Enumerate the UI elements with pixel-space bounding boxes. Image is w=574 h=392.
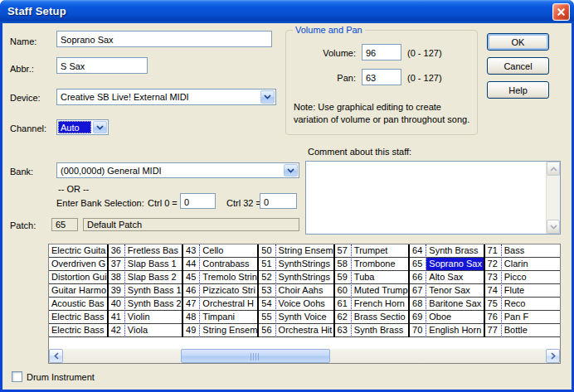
- patch-number-cell[interactable]: 77: [485, 324, 501, 337]
- patch-number-cell[interactable]: 43: [183, 244, 199, 258]
- patch-number-cell[interactable]: 54: [259, 298, 275, 311]
- patch-number-cell[interactable]: 40: [109, 298, 124, 311]
- device-combo-button[interactable]: [260, 90, 275, 104]
- patch-name-cell[interactable]: Slap Bass 2: [125, 271, 182, 284]
- scroll-up-button[interactable]: [547, 162, 560, 176]
- patch-name-cell[interactable]: Timpani: [200, 311, 257, 324]
- device-combo[interactable]: Creative SB Live! External MIDI: [56, 89, 276, 105]
- patch-number-cell[interactable]: 38: [109, 271, 124, 284]
- patch-number-cell[interactable]: 63: [335, 324, 351, 337]
- scrollbar-track[interactable]: [63, 349, 546, 363]
- ok-button[interactable]: OK: [487, 33, 549, 51]
- patch-name-cell[interactable]: Bottle: [502, 324, 560, 337]
- patch-name-cell[interactable]: Slap Bass 1: [125, 258, 182, 271]
- patch-number-cell[interactable]: 42: [109, 324, 124, 337]
- patch-name-cell[interactable]: Synth Voice: [276, 311, 333, 324]
- ctrl32-input[interactable]: [260, 193, 297, 209]
- patch-number-cell[interactable]: 45: [183, 271, 199, 284]
- patch-number-cell[interactable]: 39: [109, 284, 124, 298]
- patch-number-cell[interactable]: 76: [485, 311, 501, 324]
- patch-name-cell[interactable]: Contrabass: [200, 258, 257, 271]
- titlebar[interactable]: Staff Setup: [0, 0, 574, 23]
- abbr-input[interactable]: [56, 57, 148, 74]
- patch-name-cell[interactable]: Flute: [502, 284, 560, 298]
- patch-name-cell[interactable]: Reco: [502, 298, 560, 311]
- patch-number-cell[interactable]: 64: [410, 244, 426, 258]
- patch-name-cell[interactable]: Brass Sectio: [352, 311, 408, 324]
- patch-number-cell[interactable]: 67: [410, 284, 426, 298]
- patch-name-cell[interactable]: Synth Brass: [352, 324, 408, 337]
- patch-name-cell[interactable]: Trumpet: [352, 244, 408, 258]
- patch-number-cell[interactable]: 37: [109, 258, 124, 271]
- patch-name-cell[interactable]: Tuba: [352, 271, 408, 284]
- patch-number-cell[interactable]: 75: [485, 298, 501, 311]
- patch-number-cell[interactable]: 58: [335, 258, 351, 271]
- patch-number-cell[interactable]: 50: [259, 244, 275, 258]
- patch-name-cell[interactable]: Pizzicato Stri: [200, 284, 257, 298]
- patch-name-cell[interactable]: Baritone Sax: [426, 298, 483, 311]
- patch-name-cell[interactable]: Soprano Sax: [426, 258, 483, 271]
- patch-number-cell[interactable]: 46: [183, 284, 199, 298]
- cancel-button[interactable]: Cancel: [487, 57, 549, 75]
- patch-name-cell[interactable]: String Ensem: [276, 244, 333, 258]
- scroll-left-button[interactable]: [49, 349, 63, 363]
- patch-name-cell[interactable]: SynthStrings: [276, 271, 333, 284]
- pan-input[interactable]: [362, 69, 401, 85]
- patch-name-cell[interactable]: Synth Bass 2: [125, 298, 182, 311]
- scroll-right-button[interactable]: [546, 349, 560, 363]
- patch-number-cell[interactable]: 68: [410, 298, 426, 311]
- patch-name-cell[interactable]: Electric Guita: [49, 244, 107, 258]
- patch-name-cell[interactable]: Electric Bass: [49, 311, 107, 324]
- patch-name-cell[interactable]: Guitar Harmo: [49, 284, 107, 298]
- patch-name-cell[interactable]: Synth Bass 1: [125, 284, 182, 298]
- patch-number-cell[interactable]: 65: [410, 258, 426, 271]
- patch-name-cell[interactable]: Viola: [125, 324, 182, 337]
- patch-number-cell[interactable]: 70: [410, 324, 426, 337]
- patch-table-horizontal-scrollbar[interactable]: [49, 349, 560, 363]
- patch-number-cell[interactable]: 66: [410, 271, 426, 284]
- patch-number-cell[interactable]: 61: [335, 298, 351, 311]
- patch-number-cell[interactable]: 52: [259, 271, 275, 284]
- patch-number-cell[interactable]: 41: [109, 311, 124, 324]
- patch-number-cell[interactable]: 36: [109, 244, 124, 258]
- patch-number-cell[interactable]: 55: [259, 311, 275, 324]
- drum-instrument-checkbox[interactable]: [12, 371, 22, 382]
- patch-name-cell[interactable]: Overdriven G: [49, 258, 107, 271]
- patch-number-cell[interactable]: 44: [183, 258, 199, 271]
- patch-name-cell[interactable]: Oboe: [426, 311, 483, 324]
- patch-name-cell[interactable]: SynthStrings: [276, 258, 333, 271]
- bank-combo[interactable]: (000,000d) General MIDI: [56, 162, 299, 178]
- patch-name-cell[interactable]: Electric Bass: [49, 324, 107, 337]
- patch-number-cell[interactable]: 74: [485, 284, 501, 298]
- patch-number-cell[interactable]: 47: [183, 298, 199, 311]
- patch-number-cell[interactable]: 57: [335, 244, 351, 258]
- patch-number-cell[interactable]: 56: [259, 324, 275, 337]
- patch-number-cell[interactable]: 48: [183, 311, 199, 324]
- patch-number-cell[interactable]: 73: [485, 271, 501, 284]
- patch-name-cell[interactable]: Cello: [200, 244, 257, 258]
- patch-name-cell[interactable]: Alto Sax: [426, 271, 483, 284]
- volume-input[interactable]: [362, 44, 401, 60]
- patch-number-cell[interactable]: 60: [335, 284, 351, 298]
- channel-combo-button[interactable]: [93, 121, 107, 133]
- scrollbar-thumb[interactable]: [181, 349, 330, 363]
- patch-number-cell[interactable]: 69: [410, 311, 426, 324]
- patch-number-cell[interactable]: 62: [335, 311, 351, 324]
- patch-number-cell[interactable]: 51: [259, 258, 275, 271]
- patch-number-cell[interactable]: 71: [485, 244, 501, 258]
- patch-name-cell[interactable]: Muted Trump: [352, 284, 408, 298]
- patch-name-cell[interactable]: Synth Brass: [426, 244, 483, 258]
- close-button[interactable]: [552, 3, 570, 21]
- patch-name-cell[interactable]: Distortion Gui: [49, 271, 107, 284]
- patch-number-cell[interactable]: 59: [335, 271, 351, 284]
- bank-combo-button[interactable]: [284, 164, 298, 177]
- ctrl0-input[interactable]: [180, 193, 216, 209]
- patch-name-cell[interactable]: Trombone: [352, 258, 408, 271]
- patch-name-cell[interactable]: Orchestra Hit: [276, 324, 333, 337]
- comment-vertical-scrollbar[interactable]: [546, 162, 560, 234]
- patch-name-cell[interactable]: Picco: [502, 271, 560, 284]
- patch-name-cell[interactable]: Acoustic Bas: [49, 298, 107, 311]
- scroll-down-button[interactable]: [547, 220, 560, 234]
- patch-name-cell[interactable]: Orchestral H: [200, 298, 257, 311]
- name-input[interactable]: [56, 31, 272, 47]
